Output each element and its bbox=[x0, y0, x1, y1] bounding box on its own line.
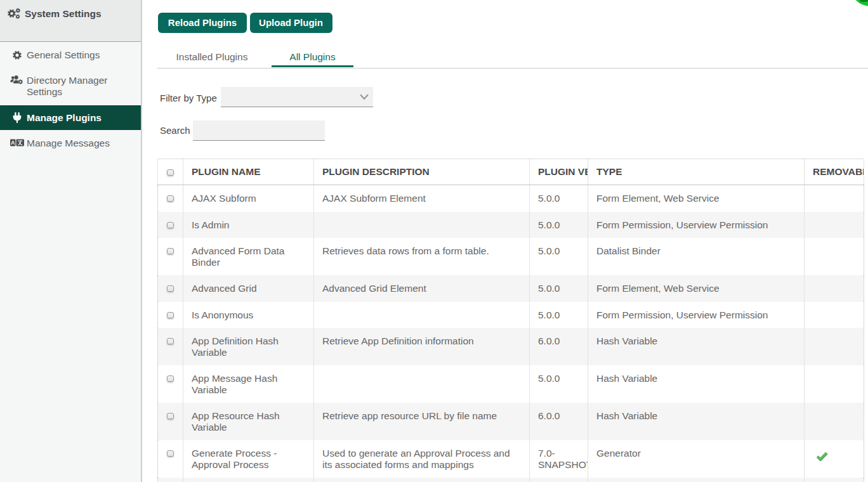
svg-text:A: A bbox=[11, 140, 15, 146]
